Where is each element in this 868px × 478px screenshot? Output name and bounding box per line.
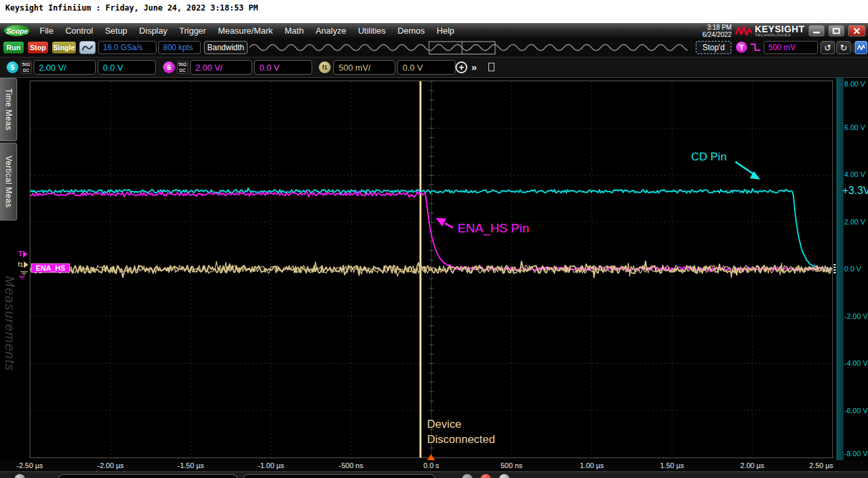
channel-5-axis-strip[interactable]: [836, 78, 844, 460]
time-tick--2.00µs: -2.00 µs: [98, 461, 124, 469]
function-1-badge[interactable]: f1: [319, 61, 331, 73]
menu-items: FileControlSetupDisplayTriggerMeasure/Ma…: [40, 26, 454, 36]
time-tick-2.00µs: 2.00 µs: [741, 461, 764, 469]
scope-menu-button[interactable]: Scope: [4, 25, 30, 36]
results-field-1[interactable]: [58, 474, 238, 478]
voltage-tick-8.00V: 8.00 V: [844, 80, 865, 88]
menu-item-control[interactable]: Control: [65, 26, 93, 36]
channel-6-badge[interactable]: 6: [163, 61, 175, 73]
acquisition-status-button[interactable]: Stop'd: [696, 41, 731, 54]
voltage-tick-4.00V: 4.00 V: [844, 170, 865, 178]
maximize-button[interactable]: [828, 25, 844, 36]
tab-time-meas[interactable]: Time Meas: [0, 78, 17, 141]
menu-item-file[interactable]: File: [40, 26, 53, 36]
menu-item-help[interactable]: Help: [437, 26, 455, 36]
ena-pin-arrow-head: [436, 218, 446, 226]
stop-button[interactable]: Stop: [27, 41, 49, 54]
device-disconnected-line1: Device: [427, 418, 461, 431]
single-button[interactable]: Single: [51, 41, 77, 54]
voltage-tick--6.00V: -6.00 V: [844, 407, 867, 415]
results-field-2[interactable]: [243, 474, 436, 478]
trigger-source-badge[interactable]: T: [736, 42, 747, 53]
waveform-canvas: [30, 81, 832, 458]
time-tick--1.00µs: -1.00 µs: [258, 461, 284, 469]
voltage-tick-6.00V: 6.00 V: [844, 123, 865, 131]
add-waveform-button[interactable]: +: [455, 61, 467, 73]
channel-6-scale-field[interactable]: 2.00 V/: [190, 60, 252, 75]
tab-vertical-meas[interactable]: Vertical Meas: [0, 143, 17, 221]
undo-button[interactable]: ↺: [820, 41, 835, 54]
trigger-level-field[interactable]: 500 mV: [764, 41, 818, 54]
sample-rate-field[interactable]: 16.0 GSa/s: [98, 41, 156, 54]
channel-5-coupling[interactable]: 50Ω DC: [20, 61, 32, 74]
voltage-tick--4.00V: -4.00 V: [844, 359, 867, 367]
run-button[interactable]: Run: [3, 41, 24, 54]
trigger-time-marker[interactable]: [427, 454, 435, 460]
window-title: Keysight Infiniium : Friday, June 24, 20…: [5, 3, 258, 13]
keysight-logo: KEYSIGHT TECHNOLOGIES: [735, 25, 805, 37]
menu-item-measure-mark[interactable]: Measure/Mark: [218, 26, 273, 36]
menu-item-analyze[interactable]: Analyze: [316, 26, 346, 36]
waveform-display[interactable]: CD Pin ENA_HS Pin Device Disconnected EN…: [30, 81, 833, 458]
time-tick-0.0s: 0.0 s: [424, 461, 440, 469]
brand-name: KEYSIGHT: [754, 25, 805, 33]
close-icon: [853, 28, 861, 34]
timebase-position-indicator[interactable]: [250, 40, 688, 55]
time-tick-2.50µs: 2.50 µs: [809, 461, 833, 469]
time-tick-500ns: 500 ns: [501, 461, 523, 469]
close-button[interactable]: [848, 25, 865, 36]
bottom-results-bar: [0, 471, 868, 478]
waveform-icon: [82, 44, 93, 51]
bandwidth-button[interactable]: Bandwidth: [204, 41, 248, 54]
maximize-icon: [832, 28, 840, 34]
device-disconnected-line2: Disconnected: [427, 433, 495, 446]
function-1-scale-field[interactable]: 500 mV/: [333, 60, 395, 75]
results-menu-button[interactable]: [15, 474, 25, 478]
channel-6-ground-icon: [18, 275, 26, 279]
menu-item-demos[interactable]: Demos: [397, 26, 424, 36]
time-tick-1.00µs: 1.00 µs: [580, 461, 604, 469]
menu-item-math[interactable]: Math: [284, 26, 304, 36]
f1-reference-marker[interactable]: f1: [18, 261, 29, 268]
ena-pin-arrow-line: [445, 223, 453, 228]
menu-item-setup[interactable]: Setup: [105, 26, 127, 36]
channel-5-offset-field[interactable]: 0.0 V: [98, 60, 156, 75]
minimize-button[interactable]: [809, 25, 824, 36]
trigger-level-marker[interactable]: T: [18, 250, 28, 257]
marker-button-2[interactable]: [481, 474, 491, 478]
redo-icon: ↻: [840, 43, 848, 53]
marker-button-1[interactable]: [462, 474, 473, 478]
redo-button[interactable]: ↻: [836, 41, 851, 54]
ena-hs-trace-label[interactable]: ENA_HS: [31, 263, 70, 273]
dock-icon[interactable]: [488, 63, 494, 71]
memory-depth-field[interactable]: 800 kpts: [158, 41, 201, 54]
channel-5-scale-field[interactable]: 2.00 V/: [34, 60, 96, 75]
keysight-spark-icon: [735, 25, 752, 37]
time-tick--1.50µs: -1.50 µs: [178, 461, 204, 469]
time-tick--500ns: -500 ns: [339, 461, 364, 469]
falling-edge-icon[interactable]: [749, 42, 762, 53]
voltage-tick--8.00V: -8.00 V: [844, 450, 867, 458]
marker-button-3[interactable]: [499, 474, 510, 478]
touch-waveform-icon[interactable]: [855, 41, 867, 54]
menu-item-trigger[interactable]: Trigger: [179, 26, 206, 36]
channel-6-offset-field[interactable]: 0.0 V: [254, 60, 312, 75]
menu-right-cluster: 3:18 PM 6/24/2022 KEYSIGHT TECHNOLOGIES: [702, 24, 868, 38]
menu-item-display[interactable]: Display: [139, 26, 168, 36]
f1-arrow-icon: [23, 261, 29, 268]
menu-bar: Scope FileControlSetupDisplayTriggerMeas…: [0, 23, 868, 38]
rail-level-annotation: +3.3V: [842, 185, 868, 197]
channel-5-badge[interactable]: 5: [7, 61, 18, 73]
function-1-offset-field[interactable]: 0.0 V: [397, 60, 455, 75]
acquisition-mode-icon[interactable]: [79, 41, 96, 54]
measurements-watermark: Measurements: [2, 276, 17, 371]
clock: 3:18 PM 6/24/2022: [702, 24, 732, 38]
menu-item-utilities[interactable]: Utilities: [358, 26, 385, 36]
undo-icon: ↺: [824, 43, 832, 53]
minimize-icon: [813, 28, 820, 34]
clock-date: 6/24/2022: [702, 31, 732, 38]
expand-chevrons-icon[interactable]: »: [471, 61, 477, 73]
time-tick-1.50µs: 1.50 µs: [660, 461, 684, 469]
ground-reference-ticks: [834, 264, 836, 275]
channel-6-coupling[interactable]: 50Ω DC: [177, 61, 188, 74]
